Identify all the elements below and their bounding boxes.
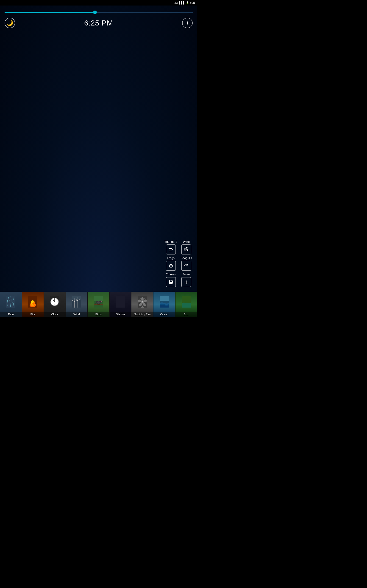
- svg-point-29: [74, 301, 75, 302]
- svg-rect-61: [160, 296, 169, 301]
- thunder2-icon[interactable]: [166, 244, 176, 254]
- svg-point-57: [142, 301, 143, 302]
- svg-rect-47: [94, 296, 103, 301]
- silence-label: Silence: [110, 312, 131, 317]
- sound-item-frogs[interactable]: Frogs: [165, 256, 177, 271]
- sound-controls: Thunder2 Wind Frogs Seagulls: [162, 238, 195, 289]
- status-bar: 3G ▌▌▌ 🔋 6:25: [0, 0, 197, 6]
- tile-ocean[interactable]: Ocean: [153, 292, 175, 317]
- tile-stream[interactable]: St...: [175, 292, 198, 317]
- fire-label: Fire: [22, 312, 44, 317]
- sound-item-wind[interactable]: Wind: [180, 240, 193, 254]
- tile-rain[interactable]: Rain: [0, 292, 22, 317]
- signal-indicator: 3G: [174, 1, 178, 4]
- bottom-sound-bar: Rain Fire: [0, 292, 197, 317]
- svg-point-51: [141, 297, 144, 301]
- fan-image: [131, 292, 153, 312]
- more-plus-icon[interactable]: +: [181, 277, 191, 287]
- volume-slider-area[interactable]: [0, 10, 197, 15]
- battery-icon: 🔋: [186, 1, 189, 4]
- info-icon: i: [187, 20, 188, 26]
- fan-label: Soothing Fan: [131, 312, 153, 317]
- info-button[interactable]: i: [182, 18, 193, 28]
- svg-point-44: [101, 301, 101, 301]
- tile-wind[interactable]: Wind: [66, 292, 88, 317]
- rain-image: [0, 292, 22, 312]
- slider-track: [5, 12, 193, 13]
- stream-image: [175, 292, 197, 312]
- fire-image: [22, 292, 44, 312]
- sound-item-thunder2[interactable]: Thunder2: [165, 240, 177, 254]
- rain-label: Rain: [0, 312, 22, 317]
- tile-clock[interactable]: Clock: [44, 292, 66, 317]
- seagulls-icon[interactable]: [181, 261, 191, 271]
- ocean-image: [153, 292, 175, 312]
- birds-label: Birds: [88, 312, 109, 317]
- tile-fan[interactable]: Soothing Fan: [131, 292, 153, 317]
- header-row: 🌙 6:25 PM i: [0, 16, 197, 30]
- tile-birds[interactable]: Birds: [88, 292, 110, 317]
- moon-icon: 🌙: [6, 20, 13, 26]
- sound-item-seagulls[interactable]: Seagulls: [180, 256, 193, 271]
- moon-button[interactable]: 🌙: [5, 18, 15, 28]
- svg-rect-48: [116, 296, 125, 308]
- birds-image: [88, 292, 109, 312]
- tile-fire[interactable]: Fire: [22, 292, 44, 317]
- wind-image: [66, 292, 88, 312]
- frogs-icon[interactable]: [166, 261, 176, 271]
- wind-label: Wind: [66, 312, 88, 317]
- svg-point-34: [77, 300, 78, 301]
- slider-fill: [5, 12, 95, 13]
- clock-image: [44, 292, 66, 312]
- svg-point-17: [32, 300, 34, 303]
- signal-bars: ▌▌▌: [179, 1, 185, 4]
- clock-label: Clock: [44, 312, 66, 317]
- ocean-label: Ocean: [153, 312, 175, 317]
- chimes-icon[interactable]: [166, 277, 176, 287]
- time-display: 6:25 PM: [84, 19, 113, 27]
- status-time: 6:25: [190, 1, 195, 4]
- slider-thumb[interactable]: [93, 10, 97, 14]
- tile-silence[interactable]: Silence: [110, 292, 132, 317]
- svg-point-26: [54, 301, 55, 302]
- sound-item-chimes[interactable]: Chimes: [165, 273, 177, 287]
- stream-label: St...: [175, 312, 197, 317]
- wind-icon[interactable]: [181, 244, 191, 254]
- sound-item-more[interactable]: More +: [180, 273, 193, 287]
- silence-image: [110, 292, 131, 312]
- svg-rect-38: [72, 296, 81, 300]
